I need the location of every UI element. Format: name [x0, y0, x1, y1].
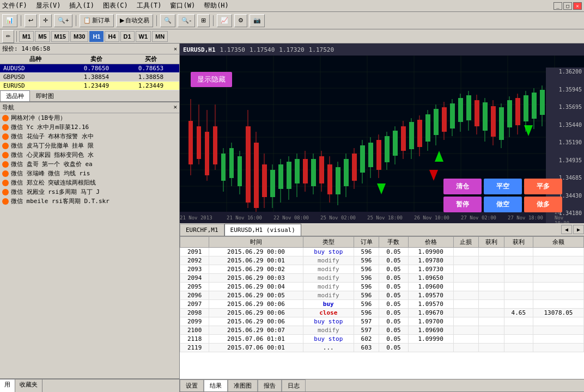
drawing-button[interactable]: ✏ — [2, 30, 14, 43]
col-header-profit[interactable]: 获利 — [504, 237, 533, 248]
cell-sl — [453, 256, 479, 265]
cell-sl — [453, 300, 479, 309]
nav-item-9[interactable]: 微信 mbeile rsi客周期 D.T.skr — [0, 197, 179, 206]
tf-m15[interactable]: M15 — [51, 31, 69, 42]
col-header-time[interactable]: 时间 — [209, 237, 303, 248]
left-tab-used[interactable]: 用 — [0, 379, 15, 392]
quote-row-gbpusd[interactable]: GBPUSD 1.38854 1.38858 — [0, 73, 179, 82]
nav-item-5[interactable]: 微信 盘哥 第一个 收盘价 ea — [0, 160, 179, 169]
cell-order: 596 — [354, 256, 379, 265]
menu-file[interactable]: 文件(F) — [2, 1, 27, 10]
chart-svg-area[interactable]: 1.36200 1.35945 1.35695 1.35440 1.35190 … — [180, 56, 584, 223]
nav-item-6[interactable]: 微信 张瑞峰 微信 均线 ris — [0, 169, 179, 178]
auto-trade-button[interactable]: ▶ 自动交易 — [116, 14, 153, 27]
bottom-tab-report[interactable]: 报告 — [258, 379, 282, 391]
table-row[interactable]: 2119 2015.07.06 00:01 ... 603 0.05 — [180, 344, 584, 352]
pause-button[interactable]: 暂停 — [443, 197, 482, 212]
quote-row-eurusd[interactable]: EURUSD 1.23449 1.23449 — [0, 82, 179, 90]
show-hidden-button[interactable]: 显示隐藏 — [191, 72, 232, 87]
crosshair-button[interactable]: ✛ — [39, 14, 52, 27]
settings-gear-button[interactable]: ⚙ — [234, 14, 247, 27]
nav-item-4[interactable]: 微信 心灵家园 指标变同色 水 — [0, 150, 179, 160]
close-button[interactable]: ✕ — [573, 2, 582, 10]
menu-tools[interactable]: 工具(T) — [137, 1, 162, 10]
tf-m5[interactable]: M5 — [35, 31, 50, 42]
grid-button[interactable]: ⊞ — [197, 14, 210, 27]
bottom-tab-results[interactable]: 结果 — [204, 379, 228, 391]
col-header-balance[interactable]: 余额 — [533, 237, 583, 248]
chart-tab-prev[interactable]: ◀ — [561, 225, 572, 234]
maximize-button[interactable]: □ — [563, 2, 572, 10]
table-row[interactable]: 2091 2015.06.29 00:00 buy stop 596 0.05 … — [180, 248, 584, 256]
left-tab-favorites[interactable]: 收藏夹 — [15, 379, 42, 392]
new-chart-button[interactable]: 📊 — [2, 14, 17, 27]
svg-rect-25 — [213, 126, 217, 164]
close-short-button[interactable]: 平空 — [484, 179, 522, 194]
table-row[interactable]: 2095 2015.06.29 00:04 modify 596 0.05 1.… — [180, 283, 584, 291]
quote-close-button[interactable]: ✕ — [174, 46, 177, 52]
col-header-order[interactable]: 订单 — [354, 237, 379, 248]
trade-table-container[interactable]: 时间 类型 订单 手数 价格 止损 获利 获利 余额 2091 2015.06.… — [180, 236, 584, 379]
menu-chart[interactable]: 图表(C) — [103, 1, 128, 10]
table-row[interactable]: 2092 2015.06.29 00:01 modify 596 0.05 1.… — [180, 256, 584, 265]
nav-item-0[interactable]: 网格对冲（1B专用） — [0, 113, 179, 122]
bottom-tab-log[interactable]: 日志 — [282, 379, 306, 391]
nav-item-8[interactable]: 微信 祝殿业 rsi多周期 马丁 J — [0, 187, 179, 197]
zoom-button[interactable]: 🔍 — [160, 14, 175, 27]
nav-face-icon-2 — [2, 133, 9, 140]
open-long-button[interactable]: 做多 — [524, 197, 562, 212]
table-row[interactable]: 2097 2015.06.29 00:06 buy 596 0.05 1.095… — [180, 300, 584, 309]
menu-insert[interactable]: 插入(I) — [69, 1, 94, 10]
tf-d1[interactable]: D1 — [120, 31, 135, 42]
chart-tab-eurusd[interactable]: EURUSD,H1 (visual) — [224, 224, 301, 236]
tf-h1[interactable]: H1 — [89, 31, 104, 42]
col-header-price[interactable]: 价格 — [408, 237, 453, 248]
bottom-tab-graph[interactable]: 准图图 — [228, 379, 258, 391]
svg-rect-77 — [425, 114, 430, 142]
col-header-tp[interactable]: 获利 — [479, 237, 504, 248]
cell-id: 2091 — [180, 248, 209, 256]
table-row[interactable]: 2100 2015.06.29 00:07 modify 597 0.05 1.… — [180, 326, 584, 335]
zoom-out-button[interactable]: 🔍- — [178, 14, 195, 27]
tf-m30[interactable]: M30 — [70, 31, 88, 42]
screenshot-button[interactable]: 📷 — [250, 14, 265, 27]
new-order-button[interactable]: 📋 新订单 — [80, 14, 114, 27]
zoom-in-button[interactable]: 🔍+ — [54, 14, 72, 27]
menu-help[interactable]: 帮助(H) — [204, 1, 229, 10]
tab-realtime-chart[interactable]: 即时图 — [30, 90, 60, 101]
menu-view[interactable]: 显示(V) — [36, 1, 61, 10]
tf-m1[interactable]: M1 — [19, 31, 34, 42]
cell-order: 597 — [354, 326, 379, 335]
cell-profit — [504, 248, 533, 256]
close-long-button[interactable]: 平多 — [524, 179, 562, 194]
table-row[interactable]: 2096 2015.06.29 00:05 modify 596 0.05 1.… — [180, 291, 584, 300]
tf-mn[interactable]: MN — [152, 31, 168, 42]
table-row[interactable]: 2099 2015.06.29 00:06 buy stop 597 0.05 … — [180, 317, 584, 326]
open-short-button[interactable]: 做空 — [484, 197, 522, 212]
nav-close-button[interactable]: ✕ — [173, 103, 177, 112]
tf-w1[interactable]: W1 — [136, 31, 151, 42]
nav-item-7[interactable]: 微信 郑立松 突破连续两根阳线 — [0, 178, 179, 187]
nav-item-3[interactable]: 微信 皮马丁分批撤单 挂单 限 — [0, 141, 179, 150]
bottom-tab-settings[interactable]: 设置 — [180, 379, 204, 391]
nav-item-1[interactable]: 微信 Yc 水中月m菲菜12.16 — [0, 122, 179, 132]
tf-h4[interactable]: H4 — [105, 31, 119, 42]
nav-item-2[interactable]: 微信 花仙子 布林市报警 水中 — [0, 132, 179, 141]
col-header-lots[interactable]: 手数 — [379, 237, 408, 248]
col-header-sl[interactable]: 止损 — [453, 237, 479, 248]
table-row[interactable]: 2118 2015.07.06 01:01 buy stop 602 0.05 … — [180, 335, 584, 344]
minimize-button[interactable]: _ — [553, 2, 562, 10]
tab-select-symbol[interactable]: 选品种 — [0, 90, 30, 101]
cell-profit — [504, 291, 533, 300]
quote-row-audusd[interactable]: AUDUSD 0.78650 0.78653 — [0, 64, 179, 73]
chart-tab-eurchf[interactable]: EURCHF,M1 — [180, 224, 224, 236]
table-row[interactable]: 2093 2015.06.29 00:02 modify 596 0.05 1.… — [180, 265, 584, 274]
undo-button[interactable]: ↩ — [25, 14, 37, 27]
indicator-button[interactable]: 📈 — [217, 14, 232, 27]
table-row[interactable]: 2098 2015.06.29 00:06 close 596 0.05 1.0… — [180, 309, 584, 317]
menu-window[interactable]: 窗口(W) — [170, 1, 195, 10]
table-row[interactable]: 2094 2015.06.29 00:03 modify 596 0.05 1.… — [180, 274, 584, 283]
clear-position-button[interactable]: 清仓 — [443, 179, 482, 194]
col-header-type[interactable]: 类型 — [303, 237, 354, 248]
chart-tab-next[interactable]: ▶ — [573, 225, 584, 234]
